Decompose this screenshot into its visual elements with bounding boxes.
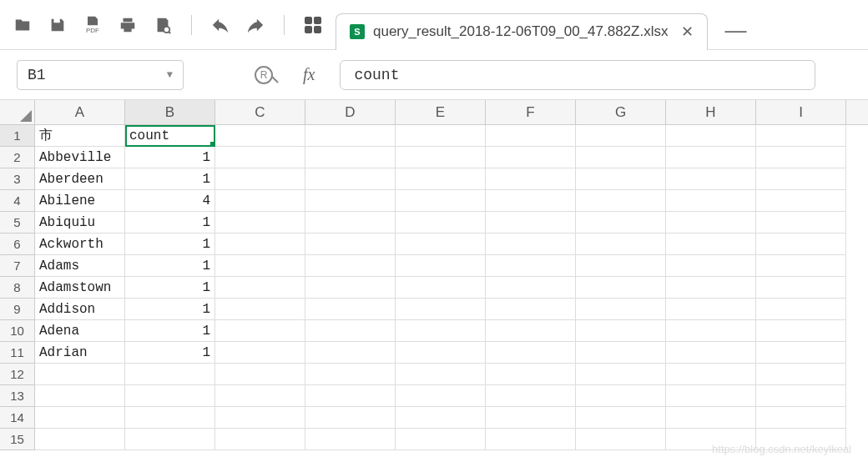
cell-E15[interactable]: [396, 429, 486, 450]
column-header-H[interactable]: H: [666, 100, 756, 124]
cell-B5[interactable]: 1: [125, 212, 215, 234]
row-header-7[interactable]: 7: [0, 255, 35, 277]
cell-D14[interactable]: [305, 407, 396, 429]
apps-grid-icon[interactable]: [303, 15, 323, 35]
row-header-11[interactable]: 11: [0, 342, 35, 364]
cell-E3[interactable]: [396, 168, 486, 190]
r-search-icon[interactable]: R: [255, 66, 280, 84]
cell-D9[interactable]: [305, 299, 396, 320]
select-all-corner[interactable]: [0, 100, 35, 124]
cell-I10[interactable]: [756, 320, 846, 342]
cell-F14[interactable]: [486, 407, 576, 429]
minimize-icon[interactable]: —: [724, 18, 746, 50]
chevron-down-icon[interactable]: ▼: [167, 69, 173, 81]
cell-E14[interactable]: [396, 407, 486, 429]
cell-H12[interactable]: [666, 364, 756, 385]
cell-A15[interactable]: [35, 429, 125, 450]
cell-C6[interactable]: [215, 234, 305, 255]
cell-G9[interactable]: [576, 299, 666, 320]
cell-D5[interactable]: [305, 212, 396, 234]
cell-F3[interactable]: [486, 168, 576, 190]
column-header-E[interactable]: E: [396, 100, 486, 124]
cell-G14[interactable]: [576, 407, 666, 429]
cell-B8[interactable]: 1: [125, 277, 215, 299]
cell-A7[interactable]: Adams: [35, 255, 125, 277]
row-header-6[interactable]: 6: [0, 234, 35, 255]
cell-H13[interactable]: [666, 385, 756, 407]
row-header-1[interactable]: 1: [0, 125, 35, 147]
cell-C5[interactable]: [215, 212, 305, 234]
cell-C13[interactable]: [215, 385, 305, 407]
cell-G8[interactable]: [576, 277, 666, 299]
cell-F7[interactable]: [486, 255, 576, 277]
cell-G10[interactable]: [576, 320, 666, 342]
cell-G4[interactable]: [576, 190, 666, 212]
cell-A8[interactable]: Adamstown: [35, 277, 125, 299]
cell-G3[interactable]: [576, 168, 666, 190]
cell-G7[interactable]: [576, 255, 666, 277]
cell-G2[interactable]: [576, 147, 666, 168]
cell-B15[interactable]: [125, 429, 215, 450]
cell-I7[interactable]: [756, 255, 846, 277]
cell-E2[interactable]: [396, 147, 486, 168]
cell-C11[interactable]: [215, 342, 305, 364]
document-tab[interactable]: S query_result_2018-12-06T09_00_47.882Z.…: [336, 13, 708, 50]
cell-H14[interactable]: [666, 407, 756, 429]
cell-C4[interactable]: [215, 190, 305, 212]
cell-B14[interactable]: [125, 407, 215, 429]
cell-H8[interactable]: [666, 277, 756, 299]
cell-C9[interactable]: [215, 299, 305, 320]
close-icon[interactable]: ✕: [681, 23, 694, 41]
cell-E8[interactable]: [396, 277, 486, 299]
column-header-C[interactable]: C: [215, 100, 305, 124]
cell-G5[interactable]: [576, 212, 666, 234]
cell-D4[interactable]: [305, 190, 396, 212]
cell-A2[interactable]: Abbeville: [35, 147, 125, 168]
cell-reference-input[interactable]: B1 ▼: [17, 60, 184, 90]
column-header-B[interactable]: B: [125, 100, 215, 124]
row-header-4[interactable]: 4: [0, 190, 35, 212]
row-header-3[interactable]: 3: [0, 168, 35, 190]
cell-F8[interactable]: [486, 277, 576, 299]
cell-D6[interactable]: [305, 234, 396, 255]
cell-C12[interactable]: [215, 364, 305, 385]
cell-G1[interactable]: [576, 125, 666, 147]
row-header-14[interactable]: 14: [0, 407, 35, 429]
cell-C2[interactable]: [215, 147, 305, 168]
cell-C15[interactable]: [215, 429, 305, 450]
cell-F15[interactable]: [486, 429, 576, 450]
cell-H6[interactable]: [666, 234, 756, 255]
cell-F11[interactable]: [486, 342, 576, 364]
print-preview-icon[interactable]: [153, 15, 173, 35]
cell-B1[interactable]: count: [125, 125, 215, 147]
cell-B6[interactable]: 1: [125, 234, 215, 255]
cell-F2[interactable]: [486, 147, 576, 168]
cell-B10[interactable]: 1: [125, 320, 215, 342]
cell-H3[interactable]: [666, 168, 756, 190]
cell-H9[interactable]: [666, 299, 756, 320]
cell-A12[interactable]: [35, 364, 125, 385]
cell-H11[interactable]: [666, 342, 756, 364]
cell-I6[interactable]: [756, 234, 846, 255]
cell-I4[interactable]: [756, 190, 846, 212]
column-header-A[interactable]: A: [35, 100, 125, 124]
cell-F12[interactable]: [486, 364, 576, 385]
cell-A5[interactable]: Abiquiu: [35, 212, 125, 234]
cell-A6[interactable]: Ackworth: [35, 234, 125, 255]
cell-D1[interactable]: [305, 125, 396, 147]
cell-B2[interactable]: 1: [125, 147, 215, 168]
cell-B4[interactable]: 4: [125, 190, 215, 212]
row-header-10[interactable]: 10: [0, 320, 35, 342]
cell-E5[interactable]: [396, 212, 486, 234]
open-icon[interactable]: [13, 15, 33, 35]
cell-B11[interactable]: 1: [125, 342, 215, 364]
cell-F9[interactable]: [486, 299, 576, 320]
pdf-export-icon[interactable]: PDF: [83, 15, 103, 35]
cell-I3[interactable]: [756, 168, 846, 190]
cell-G11[interactable]: [576, 342, 666, 364]
cell-B7[interactable]: 1: [125, 255, 215, 277]
cell-A11[interactable]: Adrian: [35, 342, 125, 364]
column-header-D[interactable]: D: [305, 100, 396, 124]
cell-F1[interactable]: [486, 125, 576, 147]
undo-icon[interactable]: [210, 15, 230, 35]
